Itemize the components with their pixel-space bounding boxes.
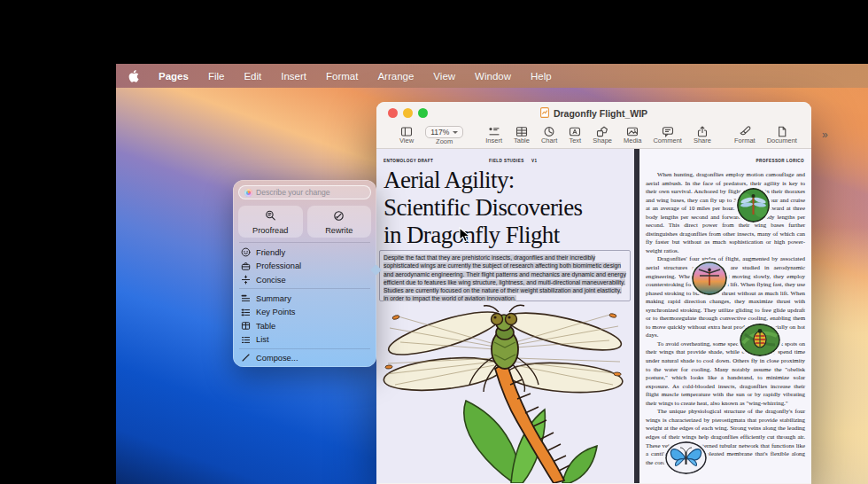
- zoom-value: 117%: [430, 128, 449, 137]
- proofread-button[interactable]: Proofread: [238, 206, 303, 238]
- selected-paragraph[interactable]: Despite the fact that they are prehistor…: [379, 250, 631, 301]
- header-professor-lorico: PROFESSOR LORICO: [756, 159, 804, 163]
- document-page-left: ENTOMOLOGY DRAFT FIELD STUDIES V1 Aerial…: [376, 149, 634, 483]
- document-page-right: PROFESSOR LORICO When hunting, dragonfli…: [639, 149, 811, 483]
- menu-item-view[interactable]: View: [433, 71, 455, 82]
- toolbar: View 117% Zoom Insert: [376, 124, 811, 149]
- toolbar-share-button[interactable]: Share: [694, 126, 711, 144]
- menu-item-pages[interactable]: Pages: [159, 71, 189, 82]
- header-field-studies: FIELD STUDIES: [489, 159, 524, 163]
- toolbar-format-button[interactable]: Format: [734, 126, 756, 144]
- toolbar-view-button[interactable]: View: [399, 126, 414, 144]
- document-file-icon: [540, 107, 549, 120]
- rewrite-pencil-circle-icon: [333, 209, 345, 225]
- beetle-photo-leaves[interactable]: [740, 324, 780, 356]
- toolbar-comment-button[interactable]: Comment: [653, 126, 682, 144]
- input-placeholder: Describe your change: [256, 188, 330, 197]
- header-entomology-draft: ENTOMOLOGY DRAFT: [384, 159, 433, 163]
- apple-intelligence-icon: [244, 189, 252, 197]
- popup-divider: [239, 242, 370, 243]
- compress-lines-icon: [241, 275, 251, 285]
- header-version: V1: [531, 159, 537, 163]
- menu-item-table[interactable]: Table: [233, 319, 376, 332]
- menu-item-summary[interactable]: Summary: [233, 292, 376, 305]
- body-text-column[interactable]: When hunting, dragonflies employ motion …: [646, 170, 805, 466]
- screenshot-stage: Pages File Edit Insert Format Arrange Vi…: [0, 0, 868, 484]
- smiley-face-icon: [241, 247, 251, 257]
- toolbar-text-button[interactable]: Text: [569, 126, 581, 144]
- menu-item-insert[interactable]: Insert: [281, 71, 306, 82]
- apple-menu-icon[interactable]: [128, 70, 139, 82]
- document-title[interactable]: Aerial Agility: Scientific Discoveries i…: [384, 167, 634, 249]
- proofread-magnifier-icon: [265, 209, 276, 225]
- menu-item-compose[interactable]: Compose...: [233, 351, 376, 364]
- table-grid-icon: [241, 321, 251, 331]
- paragraph: Dragonflies' four styles of flight, augm…: [646, 254, 805, 339]
- briefcase-icon: [241, 262, 251, 271]
- toolbar-table-button[interactable]: Table: [514, 126, 530, 144]
- writing-tools-popup: Describe your change Proofread Rewrite: [233, 180, 376, 367]
- toolbar-overflow-chevron[interactable]: »: [822, 126, 828, 144]
- menu-bar: Pages File Edit Insert Format Arrange Vi…: [116, 64, 868, 88]
- window-title-bar[interactable]: Dragonfly Flight_WIP: [376, 102, 811, 124]
- butterfly-photo[interactable]: [665, 441, 707, 474]
- bullet-list-icon: [241, 308, 251, 317]
- document-canvas: ENTOMOLOGY DRAFT FIELD STUDIES V1 Aerial…: [376, 149, 811, 483]
- mouse-cursor: [459, 227, 470, 246]
- menu-item-professional[interactable]: Professional: [233, 260, 376, 273]
- dash-list-icon: [241, 335, 251, 345]
- dragonfly-illustration[interactable]: [381, 303, 630, 483]
- menu-item-help[interactable]: Help: [531, 71, 552, 82]
- toolbar-insert-button[interactable]: Insert: [485, 126, 502, 144]
- dragonfly-photo-green[interactable]: [737, 188, 770, 222]
- paragraph: When hunting, dragonflies employ motion …: [646, 170, 805, 254]
- pages-window: Dragonfly Flight_WIP View 117% Zoom: [376, 102, 811, 484]
- menu-item-concise[interactable]: Concise: [233, 273, 376, 286]
- rewrite-button[interactable]: Rewrite: [307, 206, 372, 238]
- paragraph: To avoid overheating, some species also …: [646, 340, 805, 407]
- dragonfly-photo-sunset[interactable]: [692, 262, 727, 295]
- toolbar-chart-button[interactable]: Chart: [541, 126, 557, 144]
- menu-item-format[interactable]: Format: [326, 71, 358, 82]
- menu-item-list[interactable]: List: [233, 333, 376, 347]
- menu-item-file[interactable]: File: [208, 71, 225, 82]
- menu-item-edit[interactable]: Edit: [244, 71, 261, 82]
- toolbar-zoom-control[interactable]: 117% Zoom: [425, 126, 463, 145]
- menu-item-friendly[interactable]: Friendly: [233, 246, 376, 259]
- describe-change-input[interactable]: Describe your change: [238, 185, 371, 199]
- toolbar-document-button[interactable]: Document: [767, 126, 797, 144]
- toolbar-shape-button[interactable]: Shape: [593, 126, 612, 144]
- popup-divider: [239, 288, 370, 289]
- popup-divider: [239, 348, 370, 349]
- menu-item-window[interactable]: Window: [475, 71, 511, 82]
- pencil-icon: [241, 353, 251, 363]
- menu-item-arrange[interactable]: Arrange: [377, 71, 414, 82]
- toolbar-media-button[interactable]: Media: [624, 126, 641, 144]
- window-title: Dragonfly Flight_WIP: [554, 108, 647, 119]
- chevron-down-icon: [453, 131, 458, 134]
- summary-lines-icon: [241, 293, 251, 303]
- menu-item-key-points[interactable]: Key Points: [233, 306, 376, 319]
